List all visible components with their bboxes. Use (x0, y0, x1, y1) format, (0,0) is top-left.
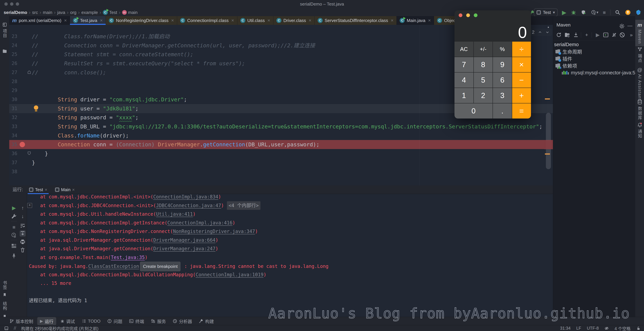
search-everywhere-icon[interactable] (615, 10, 620, 15)
run-button-icon[interactable]: ▶ (562, 10, 566, 15)
status-message[interactable]: 构建在 2秒580毫秒内成功完成 (片刻之前) (21, 325, 98, 331)
maven-node-生命周期[interactable]: 生命周期 (555, 48, 635, 55)
profiler-button[interactable]: ▾ (591, 10, 598, 15)
stop-run-icon[interactable]: ■ (11, 224, 17, 230)
close-tab-icon[interactable]: × (171, 18, 174, 23)
close-tab-icon[interactable]: × (391, 18, 394, 23)
left-strip-结构[interactable]: 结构 (0, 301, 9, 310)
tool-window-button-构建[interactable]: 构建 (196, 317, 216, 325)
softwrap-icon[interactable] (20, 223, 26, 229)
more-icon[interactable]: » (628, 32, 634, 38)
status-item[interactable]: 31:34 (560, 326, 571, 331)
fold-marker-icon[interactable] (27, 151, 31, 155)
breadcrumb-item-java[interactable]: java (57, 10, 65, 15)
tool-window-button-服务[interactable]: 服务 (148, 317, 168, 325)
stack-trace-link[interactable]: NonRegisteringDriver.java:347 (173, 229, 255, 234)
layout-icon[interactable] (11, 243, 17, 249)
code-line-37[interactable]: 37} (9, 158, 553, 167)
debug-button-icon[interactable] (571, 10, 576, 15)
clock-run-icon[interactable] (591, 10, 596, 15)
tool-window-button-问题[interactable]: 问题 (104, 317, 125, 325)
calc-key-7[interactable]: 7 (454, 57, 474, 72)
right-strip-Maven[interactable]: mMaven (635, 20, 644, 46)
calc-minimize-icon[interactable] (466, 14, 470, 17)
ban-icon[interactable] (619, 32, 625, 38)
calc-key-×[interactable]: × (512, 57, 531, 72)
stack-trace-link[interactable]: ConnectionImpl.java:416 (167, 220, 232, 226)
right-strip-数据库[interactable]: 数据库 (635, 97, 644, 122)
create-breakpoint-button[interactable]: Create breakpoint (140, 262, 180, 271)
stack-trace-link[interactable]: DriverManager.java:247 (153, 246, 216, 251)
stop-button-icon[interactable]: ■ (603, 10, 606, 15)
arrow-down-icon[interactable]: ↓ (20, 213, 26, 219)
code-line-33[interactable]: 33 String DB_URL = "jdbc:mysql://127.0.0… (9, 122, 553, 131)
tool-window-button-分析器[interactable]: 分析器 (170, 317, 195, 325)
code-line-34[interactable]: 34 Class.forName(driver); (9, 131, 553, 140)
plus-icon[interactable]: + (584, 32, 590, 38)
tool-window-button-TODO[interactable]: TODO (79, 317, 103, 325)
tool-window-button-终端[interactable]: 终端 (126, 317, 147, 325)
scrollend-icon[interactable] (20, 230, 26, 236)
code-line-38[interactable]: 38 (9, 167, 553, 176)
coverage-button-icon[interactable] (581, 10, 586, 15)
close-tab-icon[interactable]: × (100, 18, 103, 23)
breadcrumb-item-main[interactable]: mmain (122, 10, 138, 15)
window-layout-icon[interactable] (4, 326, 9, 331)
calc-key-1[interactable]: 1 (454, 88, 474, 103)
close-tab-icon[interactable]: × (308, 18, 311, 23)
left-strip-bookmark[interactable] (0, 292, 9, 297)
close-tab-icon[interactable]: × (64, 18, 67, 23)
next-problem-icon[interactable] (546, 30, 549, 34)
calc-key-%[interactable]: % (493, 42, 512, 57)
stack-trace-link[interactable]: JDBC4Connection.java:47 (156, 203, 221, 208)
gear-icon[interactable] (619, 23, 625, 29)
rerun-icon[interactable]: ▶ (11, 205, 17, 211)
tab-Util.class[interactable]: CUtil.class× (237, 16, 273, 25)
refresh-icon[interactable] (556, 32, 562, 38)
close-tab-icon[interactable]: × (72, 187, 75, 192)
trash-icon[interactable] (20, 247, 26, 253)
calc-close-icon[interactable] (459, 14, 462, 17)
clock-run-icon[interactable] (11, 232, 17, 238)
calc-key-5[interactable]: 5 (474, 73, 493, 88)
breadcrumb-item-src[interactable]: src (32, 10, 38, 15)
tool-window-button-版本控制[interactable]: 版本控制 (7, 317, 36, 325)
expand-frames-icon[interactable]: + (27, 203, 32, 208)
console-output[interactable]: at com.mysql.jdbc.ConnectionImpl.<init>(… (27, 194, 553, 317)
calc-key-3[interactable]: 3 (493, 88, 512, 103)
run-goal-icon[interactable]: ▶ (595, 32, 601, 38)
maven-node-mysql:mysql-connector-java:5.1.28[interactable]: mysql:mysql-connector-java:5.1.28 (562, 69, 635, 76)
calc-key-9[interactable]: 9 (493, 57, 512, 72)
breadcrumb-item-main[interactable]: main (43, 10, 52, 15)
breadcrumb-item-example[interactable]: example (81, 10, 98, 15)
breadcrumb-item-org[interactable]: org (70, 10, 76, 15)
pin-icon[interactable] (11, 253, 17, 259)
calc-key-8[interactable]: 8 (474, 57, 493, 72)
tab-Test.java[interactable]: CTest.java× (70, 16, 106, 25)
run-config-selector[interactable]: Test▾ (534, 9, 558, 17)
eye-off-icon[interactable] (604, 326, 609, 330)
console-text[interactable]: <4 个内部行> (227, 201, 260, 210)
status-item[interactable]: 4 个空格 (614, 325, 630, 331)
lock-open-icon[interactable] (636, 326, 641, 330)
intention-bulb-icon[interactable] (33, 105, 39, 112)
tab-NonRegisteringDriver.class[interactable]: CNonRegisteringDriver.class× (106, 16, 177, 25)
calc-key-AC[interactable]: AC (454, 42, 474, 57)
stack-trace-link[interactable]: Util.java:411 (156, 211, 193, 217)
stack-trace-link[interactable]: Test.java:35 (111, 255, 145, 260)
left-strip-书签[interactable]: 书签 (0, 281, 9, 290)
calc-key-4[interactable]: 4 (454, 73, 474, 88)
left-strip-folder[interactable] (0, 47, 9, 55)
printer-icon[interactable] (20, 239, 26, 245)
close-tab-icon[interactable]: × (231, 18, 234, 23)
prev-problem-icon[interactable] (538, 30, 542, 34)
warning-stripe-mark[interactable] (545, 98, 550, 100)
close-tab-icon[interactable]: × (45, 187, 47, 192)
pipes-icon[interactable] (611, 32, 617, 38)
ai-assistant-logo-icon[interactable] (635, 9, 642, 16)
breadcrumb-item-Test[interactable]: CTest (103, 10, 117, 15)
breadcrumb-item-serialDemo[interactable]: serialDemo (4, 10, 27, 15)
calc-key-6[interactable]: 6 (493, 73, 512, 88)
arrow-up-icon[interactable]: ↑ (20, 205, 26, 211)
calc-key-÷[interactable]: ÷ (512, 42, 531, 57)
